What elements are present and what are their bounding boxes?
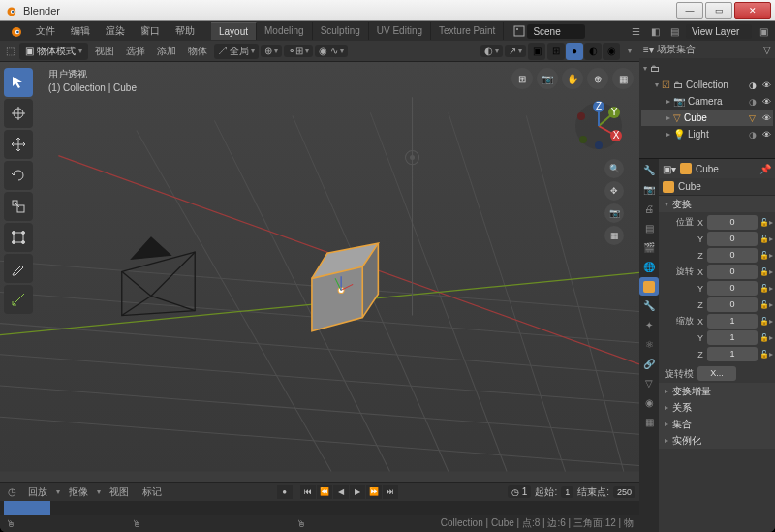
outliner-type-icon[interactable]: ≡▾ <box>643 45 654 55</box>
panel-collections[interactable]: ▸集合 <box>659 416 775 432</box>
keyframe-prev-icon[interactable]: ⏪ <box>317 485 332 499</box>
play-reverse-icon[interactable]: ◀ <box>333 485 349 499</box>
camera-view-icon[interactable]: 📷 <box>537 68 558 89</box>
proportional-dropdown[interactable]: ◉ ∿ ▾ <box>315 45 348 57</box>
3d-viewport[interactable]: 用户透视 (1) Collection | Cube ⊞ 📷 ✋ <box>0 62 639 482</box>
pin-icon[interactable]: ◧ <box>647 23 663 39</box>
ws-tab-sculpting[interactable]: Sculpting <box>313 22 369 40</box>
pan-icon[interactable]: ✋ <box>562 68 583 89</box>
timeline-type-icon[interactable]: ◷ <box>4 485 19 500</box>
rotmode-field[interactable]: X... <box>698 366 736 381</box>
ws-tab-uv[interactable]: UV Editing <box>369 22 431 40</box>
menu-file[interactable]: 文件 <box>29 22 62 40</box>
lock-icon[interactable]: 🔓▸ <box>760 218 773 227</box>
object-name-field[interactable]: Cube <box>696 164 719 174</box>
scale-z-field[interactable]: 1 <box>707 347 758 361</box>
pin-icon[interactable]: 📌 <box>760 164 771 174</box>
zoom-in-icon[interactable]: 🔍 <box>604 159 624 178</box>
orientation-dropdown[interactable]: 🡕 全局 ▾ <box>214 44 259 59</box>
prop-tab-render[interactable]: 📷 <box>639 180 659 199</box>
matprev-shading[interactable]: ◐ <box>584 43 602 60</box>
rot-z-field[interactable]: 0 <box>707 297 758 312</box>
tool-move[interactable] <box>4 130 33 159</box>
scene-new-icon[interactable]: ☰ <box>628 23 643 39</box>
rot-x-field[interactable]: 0 <box>707 265 758 279</box>
prop-tab-tool[interactable]: 🔧 <box>639 161 659 179</box>
filter-icon[interactable]: ▽ <box>763 45 771 55</box>
tl-menu-playback[interactable]: 回放 <box>23 484 52 501</box>
scale-y-field[interactable]: 1 <box>707 330 758 345</box>
tree-collection[interactable]: ▾☑🗀 Collection ◑👁 <box>641 77 773 93</box>
tree-item-cube[interactable]: ▸▽ Cube ▽👁 <box>641 110 773 126</box>
persp-nav-icon[interactable]: ▦ <box>604 226 624 245</box>
loc-x-field[interactable]: 0 <box>707 215 758 230</box>
gizmo-toggle[interactable]: ↗ ▾ <box>505 45 526 57</box>
panel-instancing[interactable]: ▸实例化 <box>659 432 775 449</box>
prop-tab-material[interactable]: ◉ <box>639 393 659 412</box>
rendered-shading[interactable]: ◉ <box>603 43 620 60</box>
lock-icon[interactable]: 🔓▸ <box>760 333 773 342</box>
tool-select-box[interactable] <box>4 68 33 97</box>
overlay-grid-icon[interactable]: ⊞ <box>512 68 533 89</box>
xray-toggle[interactable]: ▣ <box>528 43 545 60</box>
prop-tab-physics[interactable]: ⚛ <box>639 335 659 354</box>
play-icon[interactable]: ▶ <box>350 485 365 499</box>
prop-tab-viewlayer[interactable]: ▤ <box>639 219 659 237</box>
restrict-icon[interactable]: ◑ <box>746 95 759 108</box>
loc-y-field[interactable]: 0 <box>707 232 758 246</box>
minimize-button[interactable]: — <box>676 2 703 19</box>
tool-scale[interactable] <box>4 192 33 221</box>
prop-tab-constraint[interactable]: 🔗 <box>639 355 659 373</box>
eye-icon[interactable]: 👁 <box>760 111 773 124</box>
keyframe-next-icon[interactable]: ⏩ <box>366 485 382 499</box>
lock-icon[interactable]: 🔓▸ <box>760 300 773 309</box>
lock-icon[interactable]: 🔓▸ <box>760 251 773 260</box>
menu-window[interactable]: 窗口 <box>134 22 167 40</box>
prop-tab-modifier[interactable]: 🔧 <box>639 297 659 315</box>
autokey-icon[interactable]: ● <box>277 485 293 499</box>
restrict-icon[interactable]: ◑ <box>746 78 759 91</box>
prop-tab-scene[interactable]: 🎬 <box>639 238 659 257</box>
restrict-icon[interactable]: ▽ <box>746 111 759 124</box>
prop-tab-output[interactable]: 🖨 <box>639 200 659 218</box>
menu-edit[interactable]: 编辑 <box>64 22 97 40</box>
breadcrumb-text[interactable]: Cube <box>678 181 701 192</box>
layer-browse-icon[interactable]: ▤ <box>666 23 682 39</box>
tl-menu-view[interactable]: 视图 <box>105 484 134 501</box>
start-frame-field[interactable]: 1 <box>561 486 574 498</box>
tool-transform[interactable] <box>4 223 33 252</box>
prop-type-icon[interactable]: ▣▾ <box>663 164 676 174</box>
close-button[interactable]: ✕ <box>734 2 771 19</box>
editor-type-icon[interactable]: ⬚ <box>2 44 17 59</box>
prop-tab-particle[interactable]: ✦ <box>639 316 659 334</box>
scale-x-field[interactable]: 1 <box>707 314 758 329</box>
tree-scene-collection[interactable]: ▾🗀 <box>641 60 773 77</box>
jump-start-icon[interactable]: ⏮ <box>300 485 316 499</box>
ortho-toggle-icon[interactable]: ▦ <box>612 68 634 89</box>
vp-menu-select[interactable]: 选择 <box>121 43 150 60</box>
pivot-point-dropdown[interactable]: ⊕ ▾ <box>261 45 282 57</box>
eye-icon[interactable]: 👁 <box>760 78 773 91</box>
vp-menu-view[interactable]: 视图 <box>90 43 119 60</box>
lock-icon[interactable]: 🔓▸ <box>760 350 773 359</box>
tool-rotate[interactable] <box>4 161 33 190</box>
navigation-gizmo[interactable]: X Y Z <box>572 99 626 153</box>
tree-item-camera[interactable]: ▸📷 Camera ◑👁 <box>641 93 773 110</box>
ws-tab-layout[interactable]: Layout <box>211 22 257 40</box>
loc-z-field[interactable]: 0 <box>707 248 758 263</box>
ws-tab-modeling[interactable]: Modeling <box>257 22 313 40</box>
view-layer-field[interactable]: View Layer <box>686 24 752 39</box>
lock-icon[interactable]: 🔓▸ <box>760 317 773 326</box>
shading-options-icon[interactable]: ▾ <box>622 44 637 59</box>
solid-shading[interactable]: ● <box>566 43 583 60</box>
prop-tab-data[interactable]: ▽ <box>639 374 659 392</box>
ws-tab-texture[interactable]: Texture Paint <box>431 22 504 40</box>
prop-tab-object[interactable] <box>639 277 659 296</box>
menu-help[interactable]: 帮助 <box>169 22 202 40</box>
lock-icon[interactable]: 🔓▸ <box>760 235 773 243</box>
zoom-view-icon[interactable]: ⊕ <box>587 68 608 89</box>
overlays-toggle[interactable]: ◐ ▾ <box>480 45 503 57</box>
vp-menu-object[interactable]: 物体 <box>183 43 212 60</box>
vp-menu-add[interactable]: 添加 <box>152 43 181 60</box>
current-frame-field[interactable]: ◷ 1 <box>508 485 531 498</box>
